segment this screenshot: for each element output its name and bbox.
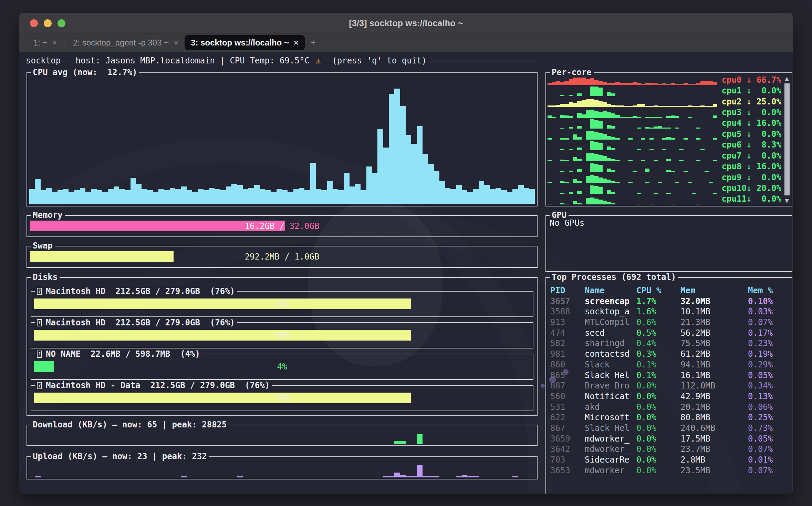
process-cell-mem: 2.8MB xyxy=(680,455,748,465)
core-sparkline xyxy=(548,172,717,183)
chart-bar xyxy=(63,189,69,204)
chart-bar xyxy=(590,99,594,107)
process-cell-memp: 0.13% xyxy=(748,391,792,402)
chart-bar xyxy=(620,83,624,85)
chart-bar xyxy=(696,83,700,85)
cpu-avg-chart xyxy=(29,79,535,204)
process-cell-mem: 75.5MB xyxy=(680,338,748,349)
core-label: cpu8 ↓ 16.0% xyxy=(717,161,781,172)
chart-bar xyxy=(607,125,611,129)
tab-close-icon[interactable]: × xyxy=(174,38,178,48)
chart-bar xyxy=(512,476,518,477)
process-row: 913MTLCompil0.6%21.3MB0.07% xyxy=(546,317,792,328)
process-cell-memp: 0.73% xyxy=(748,423,792,434)
new-tab-button[interactable]: + xyxy=(310,37,316,48)
chart-bar xyxy=(400,441,406,444)
scroll-up-icon[interactable]: ▲ xyxy=(785,74,789,83)
chart-bar xyxy=(594,164,598,172)
chart-bar xyxy=(58,190,63,204)
process-cell-cpu: 1.7% xyxy=(636,296,680,307)
process-cell-mem: 240.6MB xyxy=(680,423,748,434)
process-cell-memp: 0.19% xyxy=(748,349,792,360)
core-sparkline xyxy=(548,129,717,139)
process-cell-name: screencap xyxy=(585,296,636,307)
disk-title-text: Macintosh HD 212.5GB / 279.0GB (76%) xyxy=(46,286,235,296)
chart-bar xyxy=(181,186,186,204)
top-processes-panel: Top Processes (692 total) PIDNameCPU %Me… xyxy=(545,277,792,494)
process-cell-cpu: 0.0% xyxy=(636,402,680,413)
core-label: cpu0 ↓ 66.7% xyxy=(717,74,781,85)
chart-bar xyxy=(231,184,237,204)
chart-bar xyxy=(573,201,577,204)
tab-2[interactable]: 2: socktop_agent -p 303 ~× xyxy=(67,35,185,50)
tab-close-icon[interactable]: × xyxy=(294,38,299,48)
chart-bar xyxy=(582,77,586,85)
core-label: cpu2 ↓ 25.0% xyxy=(717,96,781,107)
chart-bar xyxy=(582,100,586,107)
disk-gauge: 76% xyxy=(34,330,530,341)
chart-bar xyxy=(586,198,590,204)
download-chart xyxy=(29,432,535,444)
process-cell-cpu: 0.0% xyxy=(636,434,680,444)
tab-1[interactable]: 1: ~× xyxy=(27,35,63,50)
chart-bar xyxy=(598,165,603,172)
disk-gauge: 76% xyxy=(34,298,530,309)
chart-bar xyxy=(434,476,439,477)
process-cell-memp: 0.01% xyxy=(748,455,792,465)
chart-bar xyxy=(366,166,372,204)
chart-bar xyxy=(316,189,321,204)
chart-bar xyxy=(615,82,620,85)
core-row-cpu2: cpu2 ↓ 25.0% xyxy=(548,96,781,107)
memory-title: Memory xyxy=(31,210,65,220)
chart-bar xyxy=(417,126,423,204)
chart-bar xyxy=(598,178,603,183)
chart-bar xyxy=(594,186,598,194)
scrollbar-thumb[interactable] xyxy=(784,83,790,195)
process-cell-memp: 0.10% xyxy=(748,296,792,307)
chart-bar xyxy=(29,189,35,204)
chart-bar xyxy=(445,188,450,204)
upload-panel: Upload (KB/s) — now: 23 | peak: 232 xyxy=(27,456,538,479)
tab-3[interactable]: 3: socktop ws://localho ~× xyxy=(185,35,305,50)
process-cell-pid: 887 xyxy=(550,381,585,391)
chart-bar xyxy=(603,156,607,161)
chart-bar xyxy=(564,81,569,85)
chart-bar xyxy=(518,185,523,204)
chart-bar xyxy=(389,94,394,204)
process-cell-memp: 0.07% xyxy=(748,317,792,328)
chart-bar xyxy=(607,92,611,96)
core-row-cpu6: cpu6 ↓ 8.3% xyxy=(548,140,781,150)
process-cell-name: contactsd xyxy=(585,349,636,360)
chart-bar xyxy=(383,476,389,477)
scroll-down-icon[interactable]: ▼ xyxy=(785,196,789,205)
process-cell-memp: 0.29% xyxy=(748,360,792,370)
chart-bar xyxy=(603,134,607,140)
chart-bar xyxy=(611,126,615,129)
process-cell-name: mdworker_ xyxy=(585,465,636,476)
chart-bar xyxy=(598,143,603,150)
disk-panel-title: ?Macintosh HD 212.5GB / 279.0GB (76%) xyxy=(35,317,237,328)
chart-bar xyxy=(333,189,338,204)
disk-panel-1: ?Macintosh HD 212.5GB / 279.0GB (76%)76% xyxy=(31,291,533,317)
tab-close-icon[interactable]: × xyxy=(52,38,57,48)
process-cell-mem: 94.1MB xyxy=(680,360,748,370)
process-cell-pid: 703 xyxy=(550,455,585,465)
process-cell-memp: 0.34% xyxy=(748,381,792,391)
chart-bar xyxy=(125,190,130,204)
chart-bar xyxy=(529,189,535,204)
disk-title-text: NO NAME 22.6MB / 598.7MB (4%) xyxy=(46,349,200,359)
chart-bar xyxy=(271,192,276,204)
chart-bar xyxy=(479,181,484,204)
chart-bar xyxy=(594,87,598,96)
chart-bar xyxy=(700,81,705,85)
process-cell-mem: 61.2MB xyxy=(680,349,748,360)
chart-bar xyxy=(46,188,52,204)
chart-bar xyxy=(564,104,569,107)
chart-bar xyxy=(590,175,594,183)
process-cell-memp: 0.05% xyxy=(748,434,792,444)
chart-bar xyxy=(293,189,299,204)
chart-bar xyxy=(641,104,645,107)
gpu-panel: GPU No GPUs xyxy=(545,215,792,272)
chart-bar xyxy=(603,82,607,85)
per-core-scrollbar[interactable]: ▲ ▼ xyxy=(783,74,791,205)
